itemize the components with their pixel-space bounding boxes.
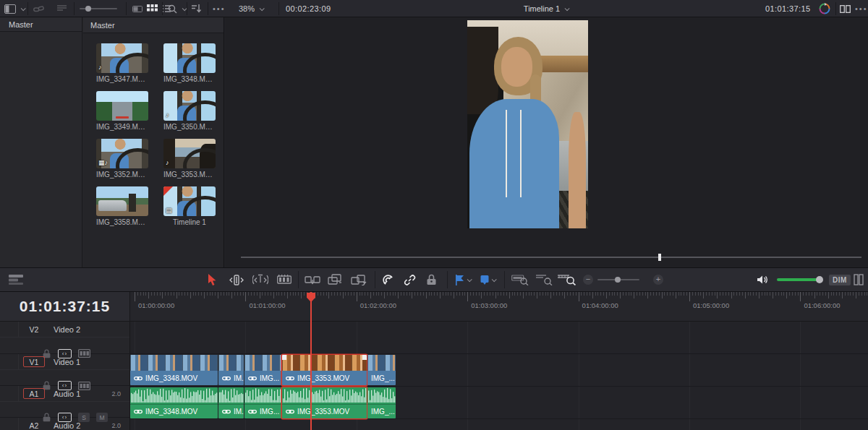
track-header-a1[interactable]: A1 Audio 1 2.0 ‹› S M [0, 386, 129, 418]
zoom-in-button[interactable]: + [653, 268, 663, 291]
replace-clip-button[interactable] [351, 268, 367, 291]
playhead[interactable] [310, 292, 312, 430]
volume-handle[interactable] [816, 276, 823, 283]
panel-toggle-button[interactable] [4, 0, 25, 17]
color-refresh-icon [819, 3, 830, 14]
media-clip[interactable]: ♪IMG_3353.MOV [163, 139, 216, 179]
media-pool-panel-icon [4, 4, 16, 14]
timeline-selector[interactable]: Timeline 1 [524, 0, 569, 17]
position-lock-toggle[interactable] [426, 268, 437, 291]
grid-view-icon[interactable] [147, 4, 158, 13]
track-lanes[interactable]: IMG_3348.MOV IMG_3348.MOV IM... IM... IM… [130, 322, 868, 430]
track-destination-badge[interactable]: V2 [23, 324, 45, 335]
media-clip-thumbnail[interactable] [163, 43, 216, 73]
music-note-icon: ♪ [166, 160, 169, 166]
media-clip[interactable]: IMG_3348.MOV [163, 43, 216, 83]
divider [162, 2, 163, 15]
overwrite-clip-button[interactable] [328, 268, 342, 291]
sort-icon [192, 4, 202, 13]
slider-handle[interactable] [85, 6, 91, 12]
media-clip-thumbnail[interactable]: ♪ [96, 43, 148, 73]
track-destination-badge[interactable]: A2 [23, 420, 45, 430]
linked-selection-toggle[interactable] [404, 268, 416, 291]
resolve-color-button[interactable] [819, 0, 830, 17]
filmstrip-view-icon[interactable] [132, 5, 142, 13]
detail-zoom-button[interactable] [535, 268, 553, 291]
timeline-audio-clip[interactable]: IMG... [244, 387, 281, 418]
trim-handle-left[interactable] [282, 355, 286, 360]
timeline-ruler[interactable]: 01:00:00:0001:01:00:0001:02:00:0001:03:0… [130, 292, 868, 322]
track-gutter [0, 322, 19, 337]
timeline-timecode-box[interactable]: 01:01:37:15 [0, 292, 130, 322]
timeline-audio-clip[interactable]: IMG_3348.MOV [130, 387, 218, 418]
usage-filter-button[interactable] [56, 0, 67, 17]
timeline-view-options-button[interactable] [9, 268, 23, 291]
timeline-video-clip[interactable]: IMG_... [367, 355, 396, 385]
top-more-button[interactable]: ••• [855, 0, 868, 17]
insert-clip-icon [305, 274, 320, 285]
zoom-level-select[interactable]: 38% [239, 0, 263, 17]
insert-clip-button[interactable] [305, 268, 320, 291]
unlink-bin-button[interactable] [33, 0, 44, 17]
dual-viewer-button[interactable] [840, 0, 851, 17]
custom-zoom-button[interactable] [557, 268, 576, 291]
scrub-playhead-handle[interactable] [658, 254, 661, 261]
slider-handle[interactable] [615, 277, 621, 283]
viewer-scrub-bar[interactable] [241, 257, 861, 258]
sort-button[interactable] [192, 0, 202, 17]
full-extent-zoom-button[interactable] [511, 268, 529, 291]
trim-edit-mode-tool[interactable] [229, 268, 244, 291]
media-clip[interactable]: IMG_3349.MOV [96, 91, 148, 131]
timeline-zoom-slider[interactable] [597, 268, 639, 291]
monitor-volume-slider[interactable] [777, 268, 822, 291]
track-name: Video 2 [54, 325, 121, 334]
bin-tree-master[interactable]: Master [0, 17, 82, 32]
zoom-out-button[interactable]: − [583, 268, 593, 291]
timeline-video-clip[interactable]: IM... [218, 355, 244, 385]
audio-monitor-button[interactable] [757, 268, 768, 291]
track-header-v1[interactable]: V1 Video 1 ‹› [0, 354, 129, 386]
media-clip-thumbnail[interactable] [96, 186, 148, 216]
ruler-label: 01:03:00:00 [471, 301, 507, 309]
dynamic-trim-mode-tool[interactable] [252, 268, 268, 291]
slider-track [80, 8, 117, 9]
media-clip-thumbnail[interactable] [96, 91, 148, 121]
timeline-audio-clip[interactable]: IM... [218, 387, 244, 418]
mixer-button[interactable] [854, 268, 864, 291]
media-clip-thumbnail[interactable]: ♪ [163, 91, 216, 121]
thumbnail-size-slider[interactable] [80, 0, 117, 17]
media-clip[interactable]: ♪IMG_3350.MOV [163, 91, 216, 131]
timeline-audio-clip[interactable]: IMG_... [367, 387, 396, 418]
media-clip-thumbnail[interactable]: ▤ [163, 186, 216, 216]
track-header-a2[interactable]: A2 Audio 2 2.0 ‹› S M [0, 418, 129, 430]
timeline-video-clip[interactable]: IMG_3348.MOV [130, 355, 218, 385]
media-clip[interactable]: ♪IMG_3347.MOV [96, 43, 148, 83]
timeline-audio-clip[interactable]: IMG_3353.MOV [282, 387, 367, 418]
media-clip[interactable]: IMG_3358.MOV [96, 186, 148, 226]
track-gutter [0, 386, 19, 401]
track-lane-a2[interactable] [130, 420, 868, 430]
timeline-video-clip[interactable]: IMG... [244, 355, 281, 385]
dim-button[interactable]: DIM [829, 268, 851, 291]
trim-edit-icon [229, 275, 244, 285]
timeline-video-clip[interactable]: IMG_3353.MOV [282, 355, 367, 385]
media-clip[interactable]: ▦♪IMG_3352.MOV [96, 139, 148, 179]
clip-name-bar: IMG_... [367, 404, 396, 418]
media-clip-thumbnail[interactable]: ♪ [163, 139, 216, 168]
track-destination-badge[interactable]: A1 [23, 388, 45, 399]
track-lane-v2[interactable] [130, 322, 868, 354]
flag-button[interactable] [455, 268, 471, 291]
trim-handle-right[interactable] [362, 355, 367, 360]
selection-mode-tool[interactable] [207, 268, 218, 291]
media-clip-thumbnail[interactable]: ▦♪ [96, 139, 148, 168]
media-pool-more-button[interactable]: ••• [213, 0, 226, 17]
major-tick [467, 292, 468, 301]
volume-track [777, 278, 822, 281]
track-destination-badge[interactable]: V1 [23, 356, 45, 367]
marker-button[interactable] [480, 268, 495, 291]
snapping-toggle[interactable] [382, 268, 394, 291]
track-header-v2[interactable]: V2 Video 2 ‹› [0, 322, 129, 354]
media-clip[interactable]: ▤Timeline 1 [163, 186, 216, 226]
search-button[interactable] [168, 0, 186, 17]
razor-edit-mode-tool[interactable] [277, 268, 292, 291]
